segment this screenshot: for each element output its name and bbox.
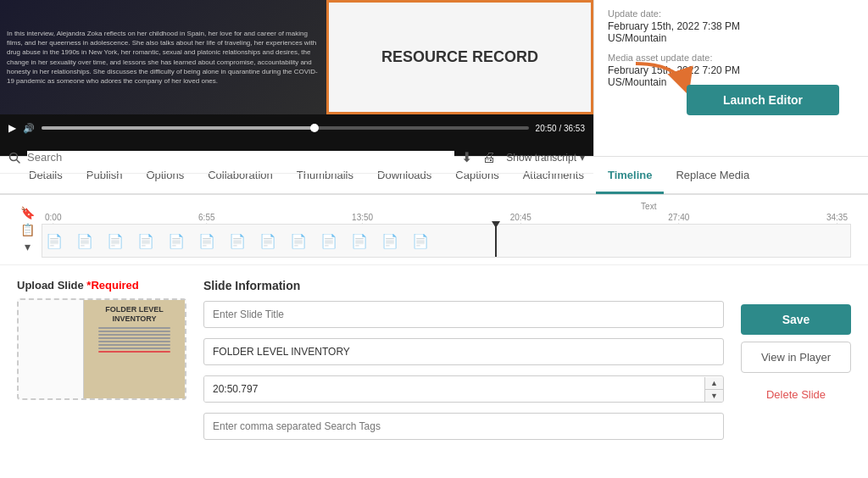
timeline-text-label: Text <box>447 202 852 211</box>
timeline-doc-2: 📄 <box>76 233 93 249</box>
play-button[interactable]: ▶ <box>8 122 16 134</box>
view-in-player-button[interactable]: View in Player <box>741 342 851 373</box>
timeline-sidebar: 🔖 📋 ▾ <box>17 204 38 255</box>
slide-info-section: Slide Information FOLDER LEVEL INVENTORY… <box>203 279 724 440</box>
slide-title-input[interactable] <box>203 301 724 328</box>
timeline-doc-5: 📄 <box>168 233 185 249</box>
timeline-doc-1: 📄 <box>46 233 63 249</box>
slide-thumbnail: FOLDER LEVEL INVENTORY <box>83 300 185 398</box>
timeline-doc-3: 📄 <box>107 233 124 249</box>
svg-line-1 <box>17 159 20 163</box>
print-icon[interactable]: 🖨 <box>482 150 496 165</box>
info-panel: Update date: February 15th, 2022 7:38 PM… <box>593 0 856 156</box>
search-input[interactable] <box>27 151 454 164</box>
slide-thumb-lines <box>98 327 171 354</box>
time-input[interactable] <box>204 376 704 402</box>
bookmark-icon[interactable]: 🔖 <box>20 206 35 220</box>
progress-bar[interactable] <box>42 126 529 130</box>
copy-icon[interactable]: 📋 <box>20 223 35 236</box>
timeline-doc-7: 📄 <box>229 233 246 249</box>
action-buttons: Save View in Player Delete Slide <box>741 279 851 440</box>
ruler-marks: 0:00 6:55 13:50 20:45 27:40 34:35 <box>42 213 851 222</box>
time-field: ▲ ▼ <box>203 375 724 403</box>
upload-area[interactable]: ⬆▬ FOLDER LEVEL INVENTORY <box>17 298 186 400</box>
timeline-cursor <box>495 225 497 257</box>
volume-icon[interactable]: 🔊 <box>23 123 35 134</box>
video-thumbnail: RESOURCE RECORD <box>326 0 593 114</box>
bottom-section: Upload Slide *Required ⬆▬ FOLDER LEVEL I… <box>0 265 868 453</box>
timeline-doc-12: 📄 <box>381 233 398 249</box>
update-date-label: Update date: <box>608 8 843 19</box>
time-down-button[interactable]: ▼ <box>705 390 723 402</box>
time-arrows: ▲ ▼ <box>704 377 723 402</box>
slide-title-value: FOLDER LEVEL INVENTORY <box>203 338 724 365</box>
save-button[interactable]: Save <box>741 304 851 335</box>
upload-slide-section: Upload Slide *Required ⬆▬ FOLDER LEVEL I… <box>17 279 186 440</box>
arrow-indicator <box>627 55 695 106</box>
timeline-ruler: Text 0:00 6:55 13:50 20:45 27:40 34:35 📄… <box>42 202 851 258</box>
slide-info-fields: FOLDER LEVEL INVENTORY ▲ ▼ <box>203 301 724 440</box>
video-description: In this interview, Alejandra Zoka reflec… <box>7 29 320 86</box>
search-icon <box>8 152 20 164</box>
resource-record-text: RESOURCE RECORD <box>381 48 538 67</box>
ruler-mark-0: 0:00 <box>45 213 61 222</box>
update-date-value: February 15th, 2022 7:38 PMUS/Mountain <box>608 20 843 44</box>
timeline-doc-9: 📄 <box>290 233 307 249</box>
search-tags-input[interactable] <box>203 413 724 440</box>
chevron-down-icon: ▾ <box>580 152 585 164</box>
timeline-section: 🔖 📋 ▾ Text 0:00 6:55 13:50 20:45 27:40 3… <box>0 195 868 265</box>
timeline-doc-6: 📄 <box>198 233 215 249</box>
launch-editor-button[interactable]: Launch Editor <box>687 85 839 115</box>
timeline-icons: 📄 📄 📄 📄 📄 📄 📄 📄 📄 📄 📄 📄 📄 <box>42 233 850 249</box>
timeline-doc-8: 📄 <box>259 233 276 249</box>
required-mark: *Required <box>86 279 138 292</box>
timeline-track[interactable]: 📄 📄 📄 📄 📄 📄 📄 📄 📄 📄 📄 📄 📄 <box>42 224 851 258</box>
show-transcript-button[interactable]: Show transcript ▾ <box>506 152 585 164</box>
timeline-doc-10: 📄 <box>320 233 337 249</box>
time-display: 20:50 / 36:53 <box>536 124 585 133</box>
timeline-doc-11: 📄 <box>351 233 368 249</box>
tab-replace-media[interactable]: Replace Media <box>664 158 761 194</box>
time-up-button[interactable]: ▲ <box>705 377 723 390</box>
ruler-mark-4: 27:40 <box>668 213 689 222</box>
ruler-mark-1: 6:55 <box>198 213 214 222</box>
ruler-mark-2: 13:50 <box>352 213 373 222</box>
slide-thumb-title: FOLDER LEVEL INVENTORY <box>89 305 180 324</box>
download-icon[interactable]: ⬇ <box>461 149 472 165</box>
timeline-doc-4: 📄 <box>137 233 154 249</box>
delete-slide-button[interactable]: Delete Slide <box>741 380 851 409</box>
upload-slide-title: Upload Slide *Required <box>17 279 186 292</box>
more-icon[interactable]: ▾ <box>25 240 31 253</box>
ruler-mark-5: 34:35 <box>826 213 848 222</box>
timeline-doc-13: 📄 <box>412 233 429 249</box>
slide-info-title: Slide Information <box>203 279 724 292</box>
ruler-mark-3: 20:45 <box>510 213 531 222</box>
tab-timeline[interactable]: Timeline <box>596 158 665 194</box>
